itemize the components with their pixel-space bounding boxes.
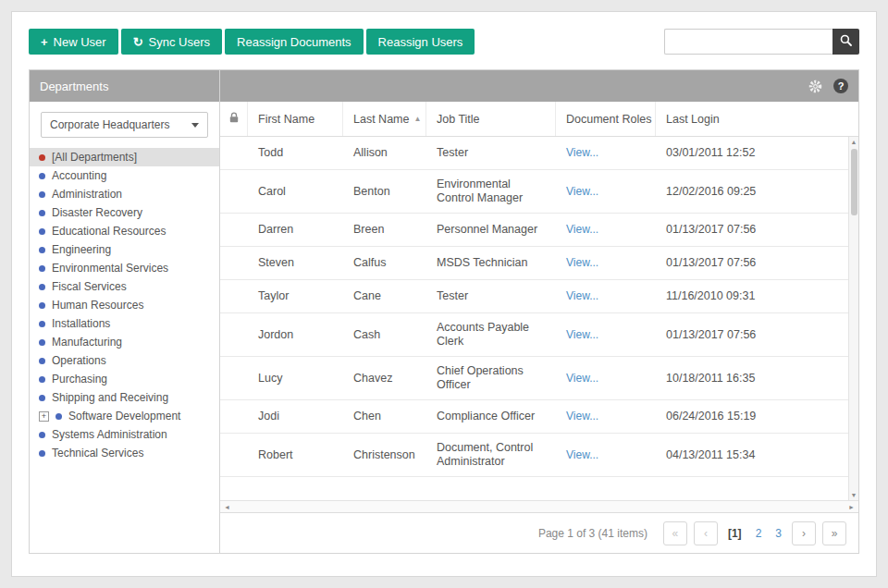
- tree-item-environmental-services[interactable]: Environmental Services: [30, 259, 219, 277]
- blue-dot-icon: [39, 432, 45, 438]
- help-icon[interactable]: ?: [833, 79, 848, 93]
- column-header-first-name[interactable]: First Name: [248, 102, 343, 136]
- cell-last-login: 01/13/2017 07:56: [656, 321, 848, 349]
- tree-item-label: Disaster Recovery: [52, 206, 142, 219]
- column-header-job-title[interactable]: Job Title: [426, 102, 556, 136]
- tree-item-human-resources[interactable]: Human Resources: [30, 296, 219, 314]
- expand-icon[interactable]: +: [39, 411, 49, 422]
- scroll-up-icon[interactable]: ▲: [851, 137, 857, 147]
- view-roles-link[interactable]: View...: [566, 448, 598, 461]
- column-header-document-roles[interactable]: Document Roles: [556, 102, 656, 136]
- tree-item-administration[interactable]: Administration: [30, 185, 219, 203]
- sync-users-button[interactable]: ↻ Sync Users: [121, 29, 222, 55]
- tree-item-label: [All Departments]: [52, 151, 137, 164]
- tree-item-label: Technical Services: [52, 447, 143, 459]
- view-roles-link[interactable]: View...: [566, 328, 598, 341]
- view-roles-link[interactable]: View...: [566, 146, 598, 159]
- tree-item-shipping-and-receiving[interactable]: Shipping and Receiving: [30, 388, 219, 407]
- blue-dot-icon: [56, 413, 62, 420]
- table-row[interactable]: Todd Allison Tester View... 03/01/2011 1…: [220, 137, 848, 170]
- grid-body: Todd Allison Tester View... 03/01/2011 1…: [220, 137, 858, 500]
- red-dot-icon: [39, 154, 45, 161]
- reassign-documents-button[interactable]: Reassign Documents: [225, 29, 364, 55]
- sync-users-label: Sync Users: [149, 35, 210, 49]
- vertical-scrollbar-thumb[interactable]: [851, 149, 857, 215]
- plus-icon: +: [41, 35, 48, 49]
- last-page-button[interactable]: »: [822, 521, 846, 545]
- tree-item-systems-administration[interactable]: Systems Administration: [30, 425, 219, 444]
- tree-item-operations[interactable]: Operations: [30, 351, 219, 370]
- view-roles-link[interactable]: View...: [566, 223, 598, 236]
- gear-icon[interactable]: [808, 80, 822, 93]
- tree-item-installations[interactable]: Installations: [30, 314, 219, 333]
- tree-item-educational-resources[interactable]: Educational Resources: [30, 222, 219, 240]
- view-roles-link[interactable]: View...: [566, 256, 598, 269]
- department-dropdown[interactable]: Corporate Headquarters: [41, 112, 208, 138]
- sidebar-title: Departments: [40, 80, 108, 93]
- grid-header-bar: ?: [220, 70, 858, 102]
- search-box: [664, 29, 859, 55]
- cell-job-title: Personnel Manager: [426, 215, 556, 244]
- view-roles-link[interactable]: View...: [566, 289, 598, 302]
- cell-first-name: Darren: [248, 215, 343, 244]
- blue-dot-icon: [39, 376, 45, 383]
- table-row[interactable]: Darren Breen Personnel Manager View... 0…: [220, 214, 848, 247]
- cell-last-name: Chen: [343, 402, 426, 431]
- table-row[interactable]: Jordon Cash Accounts Payable Clerk View.…: [220, 313, 848, 357]
- cell-first-name: Steven: [248, 249, 343, 277]
- search-input[interactable]: [664, 29, 832, 55]
- cell-last-login: 01/13/2017 07:56: [656, 249, 848, 277]
- view-roles-link[interactable]: View...: [566, 372, 598, 385]
- blue-dot-icon: [39, 247, 45, 253]
- tree-item-technical-services[interactable]: Technical Services: [30, 444, 219, 462]
- table-row[interactable]: Lucy Chavez Chief Operations Officer Vie…: [220, 357, 848, 400]
- table-row[interactable]: Carol Benton Environmental Control Manag…: [220, 170, 848, 214]
- cell-last-name: Cash: [343, 321, 426, 349]
- cell-job-title: MSDS Technician: [426, 249, 556, 277]
- tree-item-label: Software Development: [68, 410, 180, 423]
- first-page-button[interactable]: «: [663, 521, 687, 545]
- lock-column-header[interactable]: [220, 102, 248, 136]
- new-user-label: New User: [54, 35, 106, 49]
- cell-job-title: Tester: [426, 139, 556, 167]
- table-row[interactable]: Jodi Chen Compliance Officer View... 06/…: [220, 400, 848, 434]
- pagination-bar: Page 1 of 3 (41 items) « ‹ [1] 2 3 › »: [220, 512, 858, 553]
- table-row[interactable]: Robert Christenson Document, Control Adm…: [220, 434, 848, 477]
- scroll-down-icon[interactable]: ▼: [851, 490, 857, 500]
- new-user-button[interactable]: + New User: [29, 29, 118, 55]
- scroll-right-icon[interactable]: ►: [848, 502, 855, 512]
- view-roles-link[interactable]: View...: [566, 410, 598, 423]
- tree-item-disaster-recovery[interactable]: Disaster Recovery: [30, 203, 219, 222]
- scroll-left-icon[interactable]: ◄: [224, 502, 230, 512]
- content-area: Departments Corporate Headquarters [All …: [29, 69, 859, 554]
- cell-last-login: 01/13/2017 07:56: [656, 215, 848, 244]
- grid-column-headers: First Name Last Name ▲ Job Title Documen…: [220, 102, 858, 137]
- page-2-link[interactable]: 2: [752, 527, 766, 540]
- tree-item-fiscal-services[interactable]: Fiscal Services: [30, 277, 219, 296]
- prev-page-button[interactable]: ‹: [694, 521, 718, 545]
- column-header-last-name[interactable]: Last Name ▲: [343, 102, 426, 136]
- tree-item-manufacturing[interactable]: Manufacturing: [30, 333, 219, 351]
- table-row[interactable]: Steven Calfus MSDS Technician View... 01…: [220, 247, 848, 280]
- column-label: Last Login: [666, 113, 720, 126]
- horizontal-scrollbar[interactable]: ◄ ►: [220, 500, 858, 512]
- tree-item-label: Operations: [52, 354, 106, 367]
- blue-dot-icon: [39, 173, 45, 179]
- view-roles-link[interactable]: View...: [566, 185, 598, 198]
- vertical-scrollbar[interactable]: ▲ ▼: [848, 137, 858, 500]
- column-header-last-login[interactable]: Last Login: [656, 102, 848, 136]
- tree-item-software-development[interactable]: + Software Development: [30, 407, 219, 425]
- next-page-button[interactable]: ›: [792, 521, 816, 545]
- tree-item-all-departments[interactable]: [All Departments]: [30, 148, 219, 166]
- blue-dot-icon: [39, 395, 45, 401]
- search-button[interactable]: [832, 29, 859, 55]
- table-row[interactable]: Taylor Cane Tester View... 11/16/2010 09…: [220, 280, 848, 313]
- tree-item-label: Purchasing: [52, 373, 107, 386]
- tree-item-accounting[interactable]: Accounting: [30, 166, 219, 185]
- tree-item-purchasing[interactable]: Purchasing: [30, 370, 219, 388]
- blue-dot-icon: [39, 228, 45, 235]
- tree-item-engineering[interactable]: Engineering: [30, 240, 219, 259]
- page-3-link[interactable]: 3: [771, 527, 785, 540]
- column-label: Document Roles: [566, 113, 651, 126]
- reassign-users-button[interactable]: Reassign Users: [366, 29, 475, 55]
